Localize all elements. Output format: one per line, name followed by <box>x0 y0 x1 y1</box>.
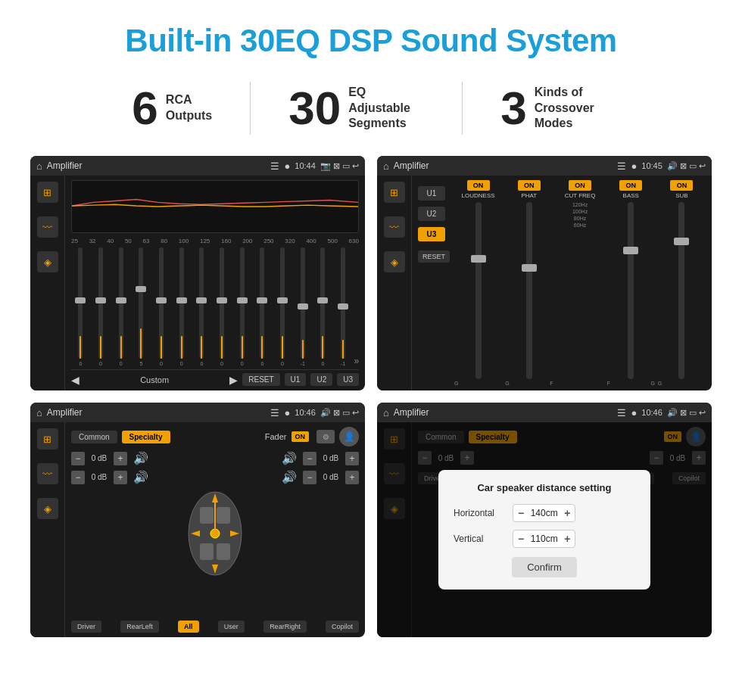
eq-sidebar: ⊞ 〰 ◈ <box>30 176 65 390</box>
eq-prev-btn[interactable]: ◀ <box>71 374 80 386</box>
screen-eq-time: 10:44 <box>295 161 316 170</box>
fx-reset-btn[interactable]: RESET <box>418 250 450 263</box>
fader-toggle[interactable]: ON <box>292 431 310 442</box>
fx-sidebar-icon-1[interactable]: ⊞ <box>384 182 405 203</box>
zone-all-btn[interactable]: All <box>178 621 199 633</box>
dot-icon: ● <box>284 160 290 172</box>
db-plus-4[interactable]: + <box>345 471 359 484</box>
home-icon-4[interactable]: ⌂ <box>383 407 389 418</box>
fx-preset-u3[interactable]: U3 <box>418 227 445 241</box>
fx-bass-toggle[interactable]: ON <box>619 180 642 191</box>
home-icon-3[interactable]: ⌂ <box>36 407 42 418</box>
fx-content: U1 U2 U3 RESET ON LOUDNESS <box>418 180 706 386</box>
fader-specialty-tab[interactable]: Specialty <box>122 431 170 443</box>
eq-slider-3[interactable]: 5 <box>132 247 151 366</box>
eq-sidebar-icon-1[interactable]: ⊞ <box>37 182 58 203</box>
eq-slider-13[interactable]: -1 <box>334 247 353 366</box>
home-icon[interactable]: ⌂ <box>36 160 42 172</box>
profile-btn[interactable]: 👤 <box>339 427 359 446</box>
fader-label: Fader <box>265 432 287 441</box>
db-minus-2[interactable]: − <box>71 471 85 484</box>
fx-sidebar-icon-2[interactable]: 〰 <box>384 216 405 238</box>
eq-slider-2[interactable]: 0 <box>111 247 130 366</box>
dist-confirm-btn[interactable]: Confirm <box>512 557 577 577</box>
fx-loudness-slider[interactable] <box>475 202 482 379</box>
eq-slider-8[interactable]: 0 <box>232 247 251 366</box>
fader-main: Common Specialty Fader ON ⚙ 👤 <box>65 422 365 637</box>
fx-phat-toggle[interactable]: ON <box>518 180 541 191</box>
db-minus-3[interactable]: − <box>303 452 316 465</box>
dist-vertical-label: Vertical <box>454 534 507 544</box>
screen-distance: ⌂ Amplifier ☰ ● 10:46 🔊 ⊠ ▭ ↩ ⊞ 〰 ◈ Comm… <box>377 403 712 637</box>
fader-sidebar-icon-3[interactable]: ◈ <box>37 498 58 519</box>
stat-eq-text: EQ Adjustable Segments <box>348 85 424 132</box>
fx-sidebar: ⊞ 〰 ◈ <box>377 176 412 390</box>
fader-controls-left: − 0 dB + 🔊 − 0 dB + 🔊 <box>71 451 163 616</box>
zone-driver-btn[interactable]: Driver <box>71 621 101 633</box>
fx-controls: ON LOUDNESS G ON PHAT <box>454 180 706 386</box>
eq-next-btn[interactable]: ▶ <box>229 374 238 386</box>
dist-vertical-plus[interactable]: + <box>564 533 570 545</box>
eq-slider-9[interactable]: 0 <box>253 247 272 366</box>
dist-vertical-control: − 110cm + <box>513 530 575 548</box>
dist-horizontal-minus[interactable]: − <box>518 507 524 519</box>
fader-bottom-row: Driver RearLeft All User RearRight Copil… <box>71 621 359 633</box>
screen-fx-bar: ⌂ Amplifier ☰ ● 10:45 🔊 ⊠ ▭ ↩ <box>377 156 712 176</box>
fx-preset-u1[interactable]: U1 <box>418 186 445 201</box>
fx-screen-content: ⊞ 〰 ◈ U1 U2 U3 RESET <box>377 176 712 390</box>
fx-sub-toggle[interactable]: ON <box>670 180 693 191</box>
eq-sidebar-icon-2[interactable]: 〰 <box>37 216 58 238</box>
fx-phat: ON PHAT GF <box>505 180 553 386</box>
eq-slider-4[interactable]: 0 <box>152 247 171 366</box>
fx-cutfreq-toggle[interactable]: ON <box>569 180 591 191</box>
fader-sidebar-icon-2[interactable]: 〰 <box>37 463 58 484</box>
screen-fader: ⌂ Amplifier ☰ ● 10:46 🔊 ⊠ ▭ ↩ ⊞ 〰 ◈ Comm… <box>30 403 365 637</box>
eq-slider-10[interactable]: 0 <box>273 247 292 366</box>
dist-overlay: Car speaker distance setting Horizontal … <box>377 422 712 637</box>
zone-user-btn[interactable]: User <box>218 621 245 633</box>
db-value-2: 0 dB <box>88 473 111 481</box>
db-minus-4[interactable]: − <box>303 471 316 484</box>
home-icon-2[interactable]: ⌂ <box>383 160 389 172</box>
dist-horizontal-label: Horizontal <box>454 508 507 518</box>
zone-rearright-btn[interactable]: RearRight <box>263 621 307 633</box>
eq-slider-7[interactable]: 0 <box>213 247 232 366</box>
fader-screen-content: ⊞ 〰 ◈ Common Specialty Fader ON ⚙ 👤 <box>30 422 365 637</box>
eq-slider-1[interactable]: 0 <box>92 247 111 366</box>
dist-vertical-minus[interactable]: − <box>518 533 524 545</box>
stat-crossover: 3 Kinds of Crossover Modes <box>463 85 647 132</box>
zone-rearleft-btn[interactable]: RearLeft <box>120 621 159 633</box>
fx-preset-u2[interactable]: U2 <box>418 207 445 221</box>
eq-slider-11[interactable]: -1 <box>293 247 312 366</box>
fx-loudness-toggle[interactable]: ON <box>467 180 490 191</box>
fader-common-tab[interactable]: Common <box>71 431 117 443</box>
eq-u1-btn[interactable]: U1 <box>285 373 307 386</box>
eq-u3-btn[interactable]: U3 <box>337 373 359 386</box>
eq-slider-5[interactable]: 0 <box>172 247 191 366</box>
db-plus-2[interactable]: + <box>114 471 127 484</box>
db-value-3: 0 dB <box>320 454 342 462</box>
db-plus-1[interactable]: + <box>114 452 127 465</box>
db-row-2: − 0 dB + 🔊 <box>71 470 163 484</box>
eq-sidebar-icon-3[interactable]: ◈ <box>37 251 58 272</box>
fader-content: − 0 dB + 🔊 − 0 dB + 🔊 <box>71 451 359 616</box>
db-minus-1[interactable]: − <box>71 452 85 465</box>
fx-sidebar-icon-3[interactable]: ◈ <box>384 251 405 272</box>
eq-slider-0[interactable]: 0 <box>71 247 90 366</box>
eq-slider-12[interactable]: 0 <box>313 247 332 366</box>
eq-slider-6[interactable]: 0 <box>192 247 211 366</box>
dot-icon-3: ● <box>284 407 290 418</box>
eq-reset-btn[interactable]: RESET <box>242 373 279 386</box>
eq-u2-btn[interactable]: U2 <box>310 373 332 386</box>
zone-copilot-btn[interactable]: Copilot <box>326 621 359 633</box>
fx-phat-label: PHAT <box>521 192 537 199</box>
fx-loudness-label: LOUDNESS <box>462 192 495 199</box>
fx-phat-slider[interactable] <box>526 202 532 379</box>
dist-horizontal-plus[interactable]: + <box>564 507 570 519</box>
fx-bass-slider[interactable] <box>628 202 634 379</box>
db-plus-3[interactable]: + <box>345 452 359 465</box>
fx-sub-slider[interactable] <box>678 202 684 379</box>
screen-eq-icons: 📷 ⊠ ▭ ↩ <box>320 161 359 171</box>
svg-rect-1 <box>200 507 214 524</box>
fader-sidebar-icon-1[interactable]: ⊞ <box>37 428 58 450</box>
